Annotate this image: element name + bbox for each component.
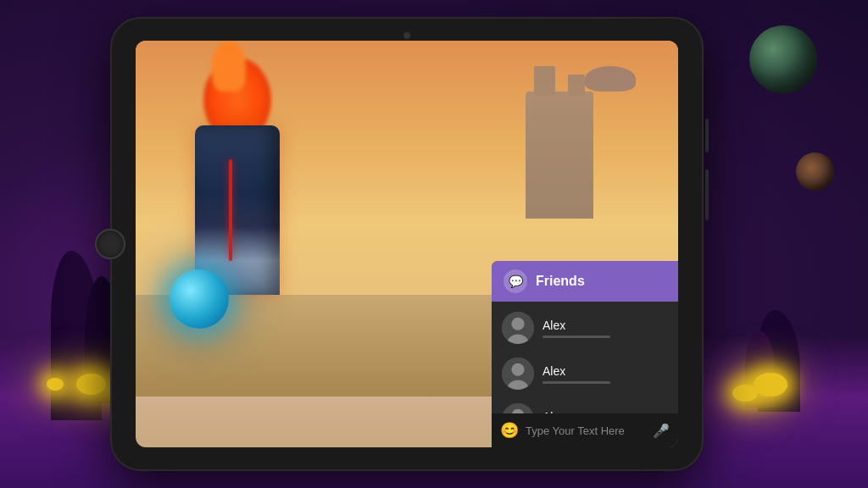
friend-status-bar <box>542 336 610 338</box>
game-character <box>153 58 390 413</box>
character-accent-line <box>229 159 232 261</box>
character-magic-orb <box>170 269 229 329</box>
planet-1 <box>749 25 817 93</box>
tablet-frame: 💬 Friends Alex <box>110 17 704 471</box>
chat-input-bar[interactable]: 😊 Type Your Text Here 🎤 <box>492 413 678 447</box>
friend-status-bar <box>542 381 610 384</box>
svg-point-1 <box>511 318 524 330</box>
microphone-icon[interactable]: 🎤 <box>653 423 670 439</box>
list-item[interactable]: Alex <box>492 305 678 351</box>
tablet-camera <box>403 32 410 39</box>
chat-bubble-icon: 💬 <box>504 269 527 293</box>
tablet-screen: 💬 Friends Alex <box>136 41 678 447</box>
chat-input-placeholder[interactable]: Type Your Text Here <box>526 424 646 437</box>
tablet-side-button-2[interactable] <box>705 169 709 220</box>
game-floating-island <box>585 66 636 92</box>
tablet-home-button[interactable] <box>95 229 125 259</box>
avatar <box>502 358 534 390</box>
friend-info: Alex <box>542 364 668 384</box>
friend-info: Alex <box>542 319 668 338</box>
planet-2 <box>796 152 834 191</box>
character-body <box>195 125 280 295</box>
friend-name: Alex <box>542 364 668 378</box>
svg-point-4 <box>511 363 524 376</box>
glow-blob-4 <box>732 385 758 402</box>
tablet-side-button-1[interactable] <box>705 119 709 152</box>
glow-blob-5 <box>47 378 64 391</box>
avatar <box>502 312 534 344</box>
friends-title: Friends <box>536 274 585 289</box>
game-castle <box>526 92 593 219</box>
friend-name: Alex <box>542 319 668 332</box>
friends-header: 💬 Friends <box>492 261 678 302</box>
glow-blob-3 <box>754 373 787 396</box>
list-item[interactable]: Alex <box>492 351 678 396</box>
emoji-icon[interactable]: 😊 <box>500 421 519 440</box>
glow-blob-1 <box>76 374 106 395</box>
